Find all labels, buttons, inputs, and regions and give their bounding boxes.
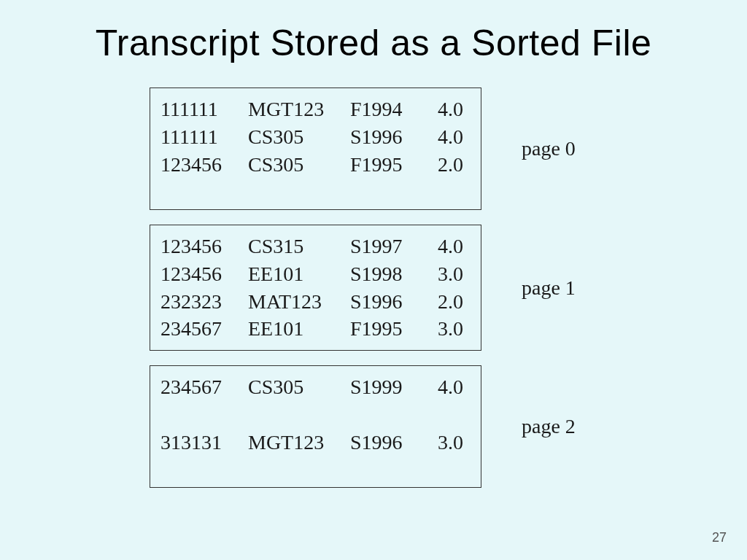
page-box-2: 234567 CS305 S1999 4.0 313131 MGT123 S19… xyxy=(150,365,481,488)
record-term: S1996 xyxy=(350,429,427,456)
record-course: MGT123 xyxy=(248,429,350,456)
page-row-1: 123456 CS315 S1997 4.0 123456 EE101 S199… xyxy=(0,225,747,351)
record-id: 234567 xyxy=(160,373,248,401)
record-term: S1997 xyxy=(350,233,427,260)
record-term: F1995 xyxy=(350,151,427,179)
record-grade: 4.0 xyxy=(427,373,463,401)
record-course: CS305 xyxy=(248,373,350,401)
record-grade: 3.0 xyxy=(427,429,463,456)
slide-content: 111111 MGT123 F1994 4.0 111111 CS305 S19… xyxy=(0,88,747,502)
record: 123456 CS315 S1997 4.0 xyxy=(160,233,472,260)
record-course: MAT123 xyxy=(248,288,350,316)
slide: Transcript Stored as a Sorted File 11111… xyxy=(0,0,747,560)
slide-title: Transcript Stored as a Sorted File xyxy=(0,0,747,64)
record-grade: 2.0 xyxy=(427,288,463,316)
page-row-0: 111111 MGT123 F1994 4.0 111111 CS305 S19… xyxy=(0,88,747,210)
record-grade: 4.0 xyxy=(427,233,463,260)
record-grade: 4.0 xyxy=(427,123,463,151)
record: 313131 MGT123 S1996 3.0 xyxy=(160,429,472,456)
record-course: EE101 xyxy=(248,260,350,288)
record-term: S1999 xyxy=(350,373,427,401)
record-term: S1996 xyxy=(350,123,427,151)
record: 234567 CS305 S1999 4.0 xyxy=(160,373,472,401)
slide-number: 27 xyxy=(712,530,727,545)
record-term: F1995 xyxy=(350,315,427,343)
page-label-2: page 2 xyxy=(522,415,576,438)
page-label-0: page 0 xyxy=(522,137,576,160)
record-id: 111111 xyxy=(160,123,248,151)
record-id: 123456 xyxy=(160,151,248,179)
record-grade: 4.0 xyxy=(427,96,463,123)
record-course: CS315 xyxy=(248,233,350,260)
record-id: 232323 xyxy=(160,288,248,316)
page-box-1: 123456 CS315 S1997 4.0 123456 EE101 S199… xyxy=(150,225,481,351)
record-id: 123456 xyxy=(160,233,248,260)
record-course: MGT123 xyxy=(248,96,350,123)
record-course: EE101 xyxy=(248,315,350,343)
record-grade: 3.0 xyxy=(427,315,463,343)
record: 111111 CS305 S1996 4.0 xyxy=(160,123,472,151)
record: 111111 MGT123 F1994 4.0 xyxy=(160,96,472,123)
page-label-1: page 1 xyxy=(522,276,576,300)
page-box-0: 111111 MGT123 F1994 4.0 111111 CS305 S19… xyxy=(150,88,481,210)
record-grade: 2.0 xyxy=(427,151,463,179)
record: 123456 CS305 F1995 2.0 xyxy=(160,151,472,179)
record-id: 313131 xyxy=(160,429,248,456)
record-course: CS305 xyxy=(248,151,350,179)
record-id: 111111 xyxy=(160,96,248,123)
record-term: S1996 xyxy=(350,288,427,316)
record-term: F1994 xyxy=(350,96,427,123)
record-id: 123456 xyxy=(160,260,248,288)
record-id: 234567 xyxy=(160,315,248,343)
record: 123456 EE101 S1998 3.0 xyxy=(160,260,472,288)
record: 232323 MAT123 S1996 2.0 xyxy=(160,288,472,316)
record-grade: 3.0 xyxy=(427,260,463,288)
record-course: CS305 xyxy=(248,123,350,151)
page-row-2: 234567 CS305 S1999 4.0 313131 MGT123 S19… xyxy=(0,365,747,488)
empty-record-slot xyxy=(160,401,472,429)
record-term: S1998 xyxy=(350,260,427,288)
record: 234567 EE101 F1995 3.0 xyxy=(160,315,472,343)
